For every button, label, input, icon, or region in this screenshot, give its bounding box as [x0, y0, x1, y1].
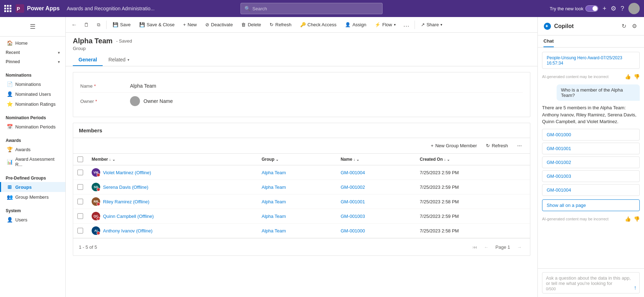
sidebar-item-award-assessment[interactable]: 📊 Award Assessment R...: [0, 154, 65, 169]
delete-button[interactable]: 🗑 Delete: [237, 20, 265, 30]
sidebar-recent-header[interactable]: Recent ▾: [0, 48, 65, 57]
tab-related[interactable]: Related ▾: [103, 54, 135, 66]
row-select-cell: [73, 180, 87, 194]
search-box[interactable]: 🔍: [240, 3, 383, 14]
copilot-suggestion-item[interactable]: GM-001003: [542, 170, 640, 182]
row-created-cell: 7/25/2023 2:59 PM: [416, 180, 530, 194]
copilot-header-actions: ↻ ⚙: [620, 21, 638, 31]
col-created-on[interactable]: Created On ↓ ⌄: [416, 154, 530, 165]
member-avatar: VM: [92, 168, 100, 177]
copilot-suggestion-item[interactable]: GM-001002: [542, 156, 640, 168]
group-link[interactable]: Alpha Team: [261, 228, 286, 233]
sidebar-item-users[interactable]: 👤 Users: [0, 215, 65, 225]
tab-general[interactable]: General: [73, 54, 103, 66]
refresh-button[interactable]: ↻ Refresh: [266, 20, 296, 30]
page-prev-button[interactable]: ←: [481, 242, 491, 252]
row-checkbox[interactable]: [77, 170, 83, 175]
back-button[interactable]: ←: [69, 19, 80, 31]
svg-rect-6: [4, 10, 6, 12]
user-avatar[interactable]: [628, 3, 640, 14]
copilot-show-all-button[interactable]: Show all on a page: [542, 199, 640, 211]
member-name-link[interactable]: Anthony Ivanov (Offline): [103, 228, 152, 233]
page-icon-button[interactable]: 🗒: [81, 19, 92, 31]
sidebar-predefined-groups-section: Pre-Defined Groups ⊞ Groups 👥 Group Memb…: [0, 171, 65, 203]
refresh-icon: ↻: [270, 22, 274, 27]
owner-label: Owner *: [80, 99, 130, 104]
share-button[interactable]: ↗ Share ▾: [417, 20, 447, 30]
member-name-link[interactable]: Quinn Campbell (Offline): [103, 214, 154, 219]
toolbar: ← 🗒 ⧉ 💾 Save 💾 Save & Close: [66, 17, 537, 33]
help-icon[interactable]: ?: [621, 5, 624, 12]
add-icon[interactable]: +: [602, 5, 606, 12]
sidebar-item-nomination-periods[interactable]: 📅 Nomination Periods: [0, 122, 65, 132]
thumbs-down-button-2[interactable]: 👎: [634, 216, 640, 222]
name-link[interactable]: GM-001003: [341, 214, 365, 219]
name-link[interactable]: GM-001001: [341, 199, 365, 204]
new-look-toggle[interactable]: [585, 5, 598, 12]
more-button[interactable]: …: [400, 20, 412, 30]
copilot-settings-button[interactable]: ⚙: [631, 21, 638, 31]
members-more-button[interactable]: ⋯: [513, 141, 526, 150]
member-name-link[interactable]: Violet Martinez (Offline): [103, 170, 151, 175]
name-link[interactable]: GM-001000: [341, 228, 365, 233]
col-group[interactable]: Group ⌄: [257, 154, 336, 165]
thumbs-up-button[interactable]: 👍: [625, 74, 631, 79]
sidebar-item-nominated-users[interactable]: 👤 Nominated Users: [0, 89, 65, 99]
save-button[interactable]: 💾 Save: [109, 20, 135, 30]
select-all-checkbox[interactable]: [77, 156, 83, 162]
search-input[interactable]: [253, 6, 379, 11]
member-name-link[interactable]: Serena Davis (Offline): [103, 185, 148, 190]
col-name[interactable]: Name ↓ ⌄: [336, 154, 416, 165]
app-logo[interactable]: P Power Apps: [16, 4, 60, 13]
copilot-suggestion-item[interactable]: GM-001001: [542, 143, 640, 154]
related-chevron-icon: ▾: [128, 58, 129, 62]
copilot-send-button[interactable]: ↑: [634, 285, 637, 291]
record-title-row: Alpha Team - Saved: [73, 37, 530, 45]
sidebar-item-awards[interactable]: 🏆 Awards: [0, 144, 65, 154]
group-link[interactable]: Alpha Team: [261, 170, 286, 175]
sidebar-item-nomination-ratings[interactable]: ⭐ Nomination Ratings: [0, 99, 65, 109]
deactivate-button[interactable]: ⊘ Deactivate: [201, 20, 237, 30]
row-checkbox[interactable]: [77, 199, 83, 204]
sidebar-item-home[interactable]: 🏠 Home: [0, 38, 65, 48]
new-group-member-button[interactable]: + New Group Member: [427, 141, 481, 150]
copilot-tab-chat[interactable]: Chat: [543, 35, 554, 47]
row-checkbox[interactable]: [77, 213, 83, 219]
row-checkbox[interactable]: [77, 184, 83, 190]
save-close-button[interactable]: 💾 Save & Close: [135, 20, 179, 30]
name-link[interactable]: GM-001002: [341, 185, 365, 190]
copilot-chat-link-text[interactable]: People-Unsung Hero Award-07/25/2023 16:5…: [547, 55, 622, 66]
group-link[interactable]: Alpha Team: [261, 185, 286, 190]
sidebar-item-nominations[interactable]: 📄 Nominations: [0, 79, 65, 89]
check-access-button[interactable]: 🔑 Check Access: [296, 20, 341, 30]
copilot-input-placeholder[interactable]: Ask a question about the data in this ap…: [546, 275, 631, 286]
page-next-button[interactable]: →: [514, 242, 524, 252]
sidebar-menu-button[interactable]: ☰: [0, 20, 65, 33]
window-icon-button[interactable]: ⧉: [93, 19, 104, 31]
members-refresh-button[interactable]: ↻ Refresh: [482, 141, 512, 150]
row-checkbox[interactable]: [77, 228, 83, 233]
group-link[interactable]: Alpha Team: [261, 214, 286, 219]
name-link[interactable]: GM-001004: [341, 170, 365, 175]
row-name-cell: GM-001004: [336, 165, 416, 180]
grid-menu-button[interactable]: [4, 5, 11, 12]
thumbs-down-button[interactable]: 👎: [634, 74, 640, 79]
sidebar-pinned-header[interactable]: Pinned ▾: [0, 57, 65, 66]
member-name-link[interactable]: Riley Ramirez (Offline): [103, 199, 150, 204]
copilot-feedback-2: 👍 👎: [625, 216, 640, 222]
page-first-button[interactable]: ⏮: [470, 242, 480, 252]
copilot-suggestion-item[interactable]: GM-001000: [542, 129, 640, 141]
assign-button[interactable]: 👤 Assign: [341, 20, 370, 30]
row-select-cell: [73, 165, 87, 180]
new-button[interactable]: + New: [179, 20, 201, 30]
settings-icon[interactable]: ⚙: [611, 5, 616, 12]
copilot-refresh-button[interactable]: ↻: [620, 21, 628, 31]
col-member[interactable]: Member ↓ ⌄: [87, 154, 257, 165]
sidebar-item-groups[interactable]: ⊞ Groups: [0, 182, 65, 192]
thumbs-up-button-2[interactable]: 👍: [625, 216, 631, 222]
sidebar-item-group-members[interactable]: 👥 Group Members: [0, 192, 65, 202]
group-link[interactable]: Alpha Team: [261, 199, 286, 204]
flow-chevron-icon: ▾: [394, 23, 396, 27]
flow-button[interactable]: ⚡ Flow ▾: [371, 20, 399, 30]
copilot-suggestion-item[interactable]: GM-001004: [542, 184, 640, 196]
